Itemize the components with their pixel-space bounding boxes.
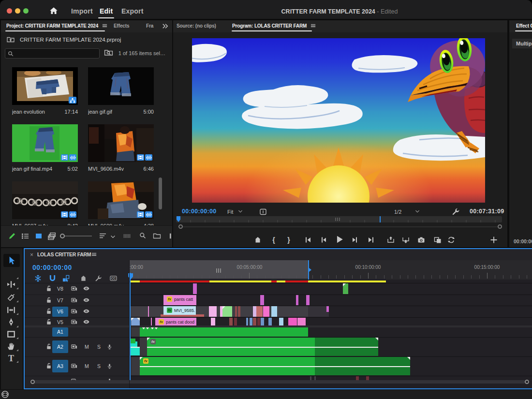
rectangle-tool[interactable] [3, 327, 20, 340]
track-target-a1[interactable]: A1 [52, 327, 68, 337]
program-scrubber[interactable] [176, 216, 502, 222]
outpoint-marker[interactable] [308, 260, 309, 280]
hand-tool[interactable] [3, 340, 20, 353]
track-target-v8[interactable]: V8 [52, 285, 68, 293]
clip[interactable] [343, 283, 348, 294]
track-lock-icon[interactable] [46, 363, 52, 369]
clip[interactable] [131, 327, 140, 337]
toggle-track-output-eye-icon[interactable] [83, 297, 90, 303]
new-bin-button[interactable] [153, 232, 161, 240]
tab-edit[interactable]: Edit [100, 7, 113, 15]
timeline-horizontal-scrollbar[interactable] [31, 380, 525, 384]
step-fwd-button[interactable] [351, 236, 360, 245]
clip[interactable] [131, 338, 140, 356]
project-item-jean-gif-gif[interactable]: jean gif.gif5:00 [88, 67, 154, 105]
track-target-a2[interactable]: A2 [52, 340, 68, 353]
zoombar-left-handle[interactable] [178, 224, 183, 229]
clip[interactable] [288, 318, 297, 325]
clip[interactable] [140, 338, 147, 356]
clip-mvi-9585-[interactable]: fxMVI_9585. [163, 306, 196, 315]
tab-source[interactable]: Source: (no clips) [177, 23, 216, 29]
tab-import[interactable]: Import [71, 7, 93, 15]
thumbnail-zoom-slider[interactable] [61, 236, 92, 236]
clip[interactable] [257, 318, 260, 325]
program-video-frame[interactable] [192, 38, 485, 203]
goto-in-button[interactable] [304, 236, 313, 245]
project-item-mvi-9606-m4v[interactable]: MVI_9606.m4v6:46 [88, 124, 154, 162]
loop-button[interactable] [447, 236, 456, 245]
play-button[interactable] [335, 235, 344, 244]
zoombar-right-handle[interactable] [498, 224, 502, 229]
thumbnail[interactable] [88, 67, 154, 105]
sync-lock-icon[interactable] [71, 308, 77, 314]
panel-overflow-icon[interactable] [162, 23, 168, 29]
writable-pencil-icon[interactable] [8, 232, 16, 240]
minimize-window-button[interactable] [15, 8, 20, 14]
playback-resolution-dropdown[interactable]: 1/2 [394, 209, 420, 215]
panel-menu-icon[interactable] [91, 252, 97, 257]
home-icon[interactable] [49, 7, 59, 15]
type-tool[interactable] [3, 351, 20, 364]
selection-tool[interactable] [3, 254, 20, 267]
sync-lock-icon[interactable] [71, 297, 77, 303]
clip[interactable] [306, 295, 310, 305]
inout-range[interactable] [130, 260, 309, 279]
compare-button[interactable] [434, 236, 443, 245]
project-file-name[interactable]: CRITTER FARM TEMPLATE 2024.prproj [20, 37, 121, 43]
sync-lock-icon[interactable] [71, 343, 77, 350]
thumbnail[interactable] [12, 67, 78, 105]
mute-track-button[interactable]: M [85, 344, 89, 350]
tab-clipped[interactable]: Fra [146, 23, 153, 29]
mark-out-button[interactable] [285, 236, 294, 245]
thumbnail[interactable] [88, 181, 154, 219]
clip[interactable] [131, 357, 140, 375]
item-name[interactable]: MVI_9606.m4v [88, 166, 124, 172]
new-item-button[interactable] [170, 232, 172, 240]
clip-pants-catt[interactable]: fxpants catt [163, 295, 196, 305]
navigate-up-icon[interactable] [6, 36, 15, 44]
goto-out-button[interactable] [367, 236, 376, 245]
step-back-button[interactable] [320, 236, 328, 245]
mute-track-button[interactable]: M [85, 363, 89, 369]
search-input[interactable] [5, 48, 100, 59]
clip-pants-cat-dood[interactable]: fxpants cat dood [155, 318, 196, 325]
track-lock-icon[interactable] [46, 297, 52, 303]
track-target-a3[interactable]: A3 [52, 360, 68, 372]
clip[interactable] [209, 306, 217, 317]
track-lock-icon[interactable] [46, 285, 52, 292]
timeline-zoom-right-handle[interactable] [525, 380, 529, 384]
timeline-ruler[interactable]: :00:0000:05:00:0000:10:00:0000:15:00:00 [129, 260, 532, 280]
find-button[interactable] [139, 232, 148, 240]
toggle-track-output-eye-icon[interactable] [83, 308, 90, 314]
clip[interactable] [315, 357, 410, 375]
tab-sequence[interactable]: LOLAS CRITTER FARM [37, 251, 91, 257]
item-name[interactable]: jean evolution [12, 109, 45, 115]
playhead-head[interactable] [128, 273, 133, 280]
project-item-mvi-9609-m4v[interactable]: MVI_9609.m4v4:38 [88, 181, 154, 219]
zoom-slider-knob[interactable] [60, 234, 65, 238]
slip-tool[interactable] [3, 303, 20, 316]
voiceover-mic-icon[interactable] [107, 363, 112, 369]
razor-tool[interactable] [3, 291, 20, 304]
clip[interactable] [246, 318, 248, 325]
toggle-track-output-eye-icon[interactable] [83, 285, 90, 292]
list-view-button[interactable] [21, 232, 30, 240]
close-sequence-icon[interactable]: × [30, 251, 33, 258]
clip[interactable] [256, 306, 263, 317]
project-item-jean-evolution[interactable]: jean evolution17:14 [12, 67, 78, 105]
icon-view-button[interactable] [35, 232, 43, 240]
clip[interactable] [261, 318, 264, 325]
add-marker-button[interactable] [254, 236, 263, 245]
track-lock-icon[interactable] [46, 343, 52, 350]
tab-program[interactable]: Program: LOLAS CRITTER FARM [232, 23, 316, 29]
close-window-button[interactable] [7, 8, 12, 14]
tab-export[interactable]: Export [121, 7, 144, 15]
clip[interactable] [130, 306, 308, 317]
playhead-line[interactable] [130, 273, 131, 380]
track-target-v7[interactable]: V7 [52, 296, 68, 304]
lift-button[interactable] [387, 236, 396, 245]
panel-menu-icon[interactable] [310, 23, 316, 28]
solo-track-button[interactable]: S [97, 344, 101, 350]
sync-lock-icon[interactable] [71, 319, 77, 325]
monitor-zoombar[interactable] [178, 226, 499, 227]
